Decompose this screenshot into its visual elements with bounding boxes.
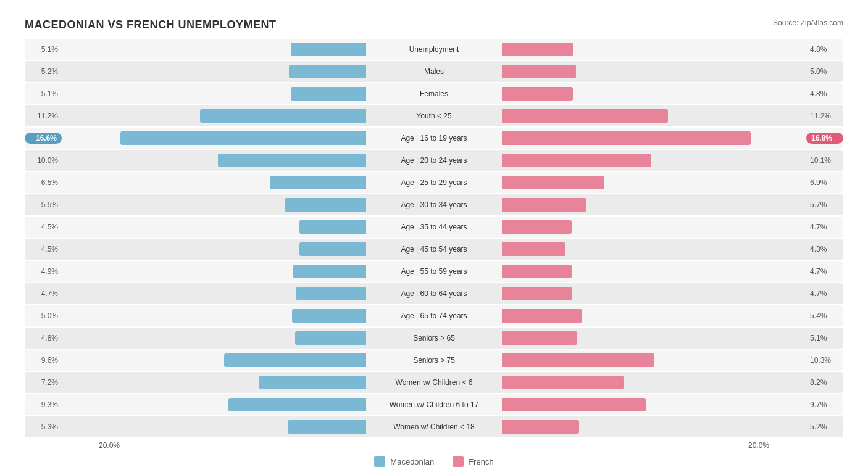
left-value: 4.5% xyxy=(25,245,62,254)
left-bar xyxy=(288,420,366,434)
right-bar xyxy=(502,287,572,300)
right-value: 5.7% xyxy=(806,200,843,209)
right-value: 9.7% xyxy=(806,400,843,409)
bar-label: Age | 30 to 34 years xyxy=(366,200,502,209)
right-bar-container xyxy=(502,131,805,145)
legend-french: French xyxy=(453,456,493,467)
right-bar-container xyxy=(502,331,806,345)
right-value: 4.8% xyxy=(806,45,843,54)
bar-label: Age | 20 to 24 years xyxy=(366,156,502,165)
right-value: 4.3% xyxy=(806,245,843,254)
legend-macedonian: Macedonian xyxy=(374,456,434,467)
right-bar-container xyxy=(502,353,806,367)
right-value: 5.1% xyxy=(806,334,843,342)
bar-row: 4.5% Age | 45 to 54 years 4.3% xyxy=(25,239,843,260)
bar-row: 10.0% Age | 20 to 24 years 10.1% xyxy=(25,150,843,171)
right-value: 4.7% xyxy=(806,223,843,231)
left-bar-container xyxy=(62,398,366,411)
right-bar xyxy=(502,242,565,256)
bar-row: 11.2% Youth < 25 11.2% xyxy=(25,105,843,126)
bar-row: 4.5% Age | 35 to 44 years 4.7% xyxy=(25,217,843,238)
bar-row: 7.2% Women w/ Children < 6 8.2% xyxy=(25,372,843,393)
left-value: 5.1% xyxy=(25,89,62,98)
left-bar xyxy=(291,87,366,101)
right-bar-container xyxy=(502,265,806,278)
left-bar-container xyxy=(62,242,366,256)
bar-label: Females xyxy=(366,89,502,98)
bar-label: Age | 35 to 44 years xyxy=(366,223,502,231)
left-bar-container xyxy=(62,176,366,189)
bar-row: 16.6% Age | 16 to 19 years 16.8% xyxy=(25,128,843,149)
left-bar xyxy=(292,309,366,323)
legend-macedonian-label: Macedonian xyxy=(390,457,434,466)
left-bar xyxy=(296,287,366,300)
legend-french-box xyxy=(453,456,464,467)
chart-title: MACEDONIAN VS FRENCH UNEMPLOYMENT xyxy=(25,19,277,31)
right-bar-container xyxy=(502,220,806,234)
left-bar-container xyxy=(62,420,366,434)
left-value: 4.9% xyxy=(25,267,62,276)
right-bar xyxy=(502,154,651,167)
left-value: 9.3% xyxy=(25,400,62,409)
right-value: 4.7% xyxy=(806,267,843,276)
right-bar-container xyxy=(502,43,806,56)
bar-label: Age | 25 to 29 years xyxy=(366,178,502,187)
right-value: 10.3% xyxy=(806,356,843,365)
left-bar xyxy=(228,398,366,411)
left-bar xyxy=(291,43,366,56)
left-bar-container xyxy=(62,287,366,300)
right-value: 4.7% xyxy=(806,289,843,298)
right-value: 8.2% xyxy=(806,378,843,387)
left-bar xyxy=(218,154,366,167)
left-bar-container xyxy=(62,109,366,123)
bar-label: Women w/ Children < 18 xyxy=(366,423,502,431)
bar-row: 4.8% Seniors > 65 5.1% xyxy=(25,328,843,349)
left-bar-container xyxy=(62,376,366,389)
chart-legend: Macedonian French xyxy=(25,456,843,467)
bar-row: 5.2% Males 5.0% xyxy=(25,61,843,82)
left-value: 4.5% xyxy=(25,223,62,231)
right-bar-container xyxy=(502,176,806,189)
left-bar-container xyxy=(62,220,366,234)
left-value: 5.0% xyxy=(25,312,62,320)
bar-label: Age | 55 to 59 years xyxy=(366,267,502,276)
bar-label: Males xyxy=(366,67,502,76)
chart-area: 5.1% Unemployment 4.8% 5.2% Males 5.0% 5… xyxy=(25,39,843,437)
right-bar xyxy=(502,398,646,411)
x-axis-right-label: 20.0% xyxy=(502,441,769,450)
right-bar-container xyxy=(502,376,806,389)
left-bar xyxy=(293,265,366,278)
left-value: 5.3% xyxy=(25,423,62,431)
right-bar-container xyxy=(502,309,806,323)
bar-label: Age | 65 to 74 years xyxy=(366,312,502,320)
right-value: 5.0% xyxy=(806,67,843,76)
bar-row: 5.0% Age | 65 to 74 years 5.4% xyxy=(25,305,843,326)
right-bar-container xyxy=(502,154,806,167)
bar-label: Seniors > 65 xyxy=(366,334,502,342)
legend-french-label: French xyxy=(469,457,493,466)
right-value: 5.4% xyxy=(806,312,843,320)
bar-row: 5.1% Females 4.8% xyxy=(25,83,843,104)
left-value: 7.2% xyxy=(25,378,62,387)
left-value: 6.5% xyxy=(25,178,62,187)
chart-container: MACEDONIAN VS FRENCH UNEMPLOYMENT Source… xyxy=(12,12,856,467)
left-bar-container xyxy=(62,43,366,56)
right-value: 10.1% xyxy=(806,156,843,165)
left-value: 5.2% xyxy=(25,67,62,76)
bar-label: Unemployment xyxy=(366,45,502,54)
legend-macedonian-box xyxy=(374,456,385,467)
left-value: 4.7% xyxy=(25,289,62,298)
left-value: 16.6% xyxy=(25,133,62,144)
left-bar xyxy=(224,353,366,367)
left-bar-container xyxy=(62,87,366,101)
left-bar xyxy=(285,198,366,212)
bar-row: 5.1% Unemployment 4.8% xyxy=(25,39,843,60)
left-bar-container xyxy=(62,353,366,367)
left-value: 5.1% xyxy=(25,45,62,54)
right-bar xyxy=(502,309,582,323)
left-bar xyxy=(200,109,366,123)
bar-row: 6.5% Age | 25 to 29 years 6.9% xyxy=(25,172,843,193)
left-bar xyxy=(259,376,366,389)
right-bar xyxy=(502,109,668,123)
right-bar xyxy=(502,376,624,389)
